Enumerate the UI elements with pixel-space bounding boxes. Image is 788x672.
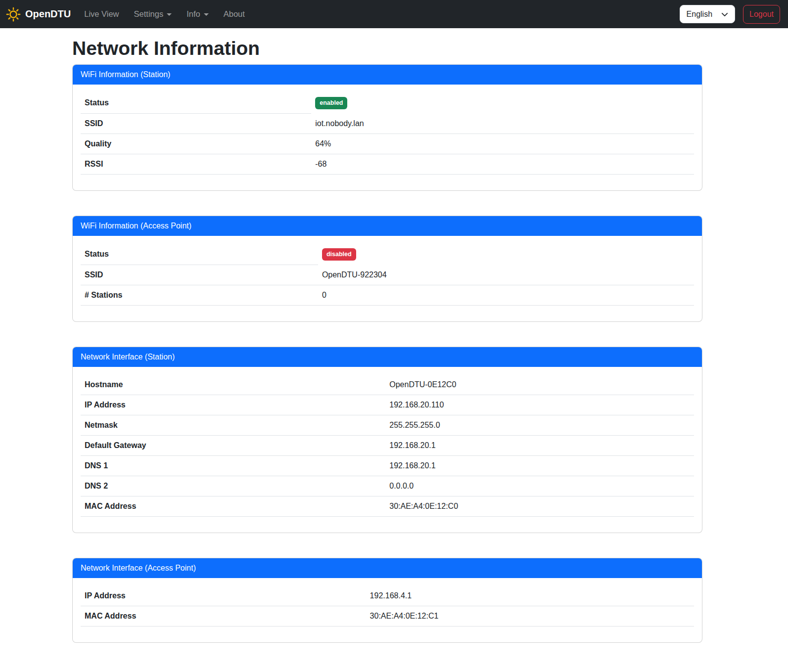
- row-label: SSID: [81, 265, 318, 285]
- card-body: Hostname OpenDTU-0E12C0 IP Address 192.1…: [73, 367, 702, 533]
- row-value: 192.168.20.1: [385, 456, 694, 476]
- row-label: RSSI: [81, 154, 311, 175]
- table-row: MAC Address 30:AE:A4:0E:12:C0: [81, 496, 694, 517]
- nav-menu: Live View Settings Info About: [77, 5, 252, 23]
- table-row: Status enabled: [81, 92, 694, 114]
- row-value: iot.nobody.lan: [311, 114, 694, 134]
- table-row: MAC Address 30:AE:A4:0E:12:C1: [81, 606, 694, 627]
- table-row: Default Gateway 192.168.20.1: [81, 436, 694, 456]
- info-table: IP Address 192.168.4.1 MAC Address 30:AE…: [81, 586, 694, 627]
- status-badge: disabled: [322, 248, 356, 261]
- language-selected-value: English: [687, 10, 712, 19]
- table-row: Netmask 255.255.255.0: [81, 415, 694, 436]
- info-table: Hostname OpenDTU-0E12C0 IP Address 192.1…: [81, 375, 694, 517]
- row-label: Hostname: [81, 375, 385, 395]
- table-row: SSID iot.nobody.lan: [81, 114, 694, 134]
- row-label: MAC Address: [81, 606, 366, 627]
- table-row: # Stations 0: [81, 285, 694, 306]
- chevron-down-icon: [721, 11, 728, 18]
- row-label: Status: [81, 92, 311, 114]
- caret-down-icon: [167, 13, 172, 16]
- row-label: SSID: [81, 114, 311, 134]
- main-content: Network Information WiFi Information (St…: [72, 28, 702, 672]
- row-value: 255.255.255.0: [385, 415, 694, 436]
- row-label: IP Address: [81, 586, 366, 606]
- row-value: 64%: [311, 134, 694, 154]
- info-card: WiFi Information (Station) Status enable…: [72, 64, 702, 191]
- nav-item-info[interactable]: Info: [179, 5, 216, 23]
- row-label: Quality: [81, 134, 311, 154]
- logout-button[interactable]: Logout: [743, 5, 780, 24]
- nav-item-settings[interactable]: Settings: [127, 5, 180, 23]
- row-value: 30:AE:A4:0E:12:C1: [366, 606, 694, 627]
- status-badge: enabled: [315, 97, 347, 109]
- table-row: Hostname OpenDTU-0E12C0: [81, 375, 694, 395]
- info-card: WiFi Information (Access Point) Status d…: [72, 216, 702, 322]
- table-row: IP Address 192.168.20.110: [81, 395, 694, 415]
- info-card: Network Interface (Access Point) IP Addr…: [72, 558, 702, 643]
- card-body: Status disabled SSID OpenDTU-922304 # St…: [73, 236, 702, 321]
- nav-item-live-view[interactable]: Live View: [77, 5, 126, 23]
- row-value: 192.168.20.1: [385, 436, 694, 456]
- table-row: RSSI -68: [81, 154, 694, 175]
- page-title: Network Information: [72, 38, 702, 59]
- row-label: # Stations: [81, 285, 318, 306]
- card-body: IP Address 192.168.4.1 MAC Address 30:AE…: [73, 578, 702, 642]
- row-value: -68: [311, 154, 694, 175]
- language-select[interactable]: English: [680, 5, 735, 23]
- row-value: 192.168.20.110: [385, 395, 694, 415]
- card-body: Status enabled SSID iot.nobody.lan Quali…: [73, 85, 702, 190]
- nav-item-about[interactable]: About: [216, 5, 252, 23]
- brand-label: OpenDTU: [25, 8, 71, 20]
- card-header: Network Interface (Access Point): [73, 558, 702, 578]
- cards-container: WiFi Information (Station) Status enable…: [72, 64, 702, 643]
- table-row: DNS 1 192.168.20.1: [81, 456, 694, 476]
- row-value: 192.168.4.1: [366, 586, 694, 606]
- row-value: disabled: [318, 244, 694, 265]
- row-value: OpenDTU-922304: [318, 265, 694, 285]
- row-label: IP Address: [81, 395, 385, 415]
- row-value: 30:AE:A4:0E:12:C0: [385, 496, 694, 517]
- info-table: Status disabled SSID OpenDTU-922304 # St…: [81, 244, 694, 306]
- table-row: Status disabled: [81, 244, 694, 265]
- row-label: MAC Address: [81, 496, 385, 517]
- table-row: DNS 2 0.0.0.0: [81, 476, 694, 496]
- sun-icon: [6, 7, 21, 22]
- card-header: WiFi Information (Station): [73, 65, 702, 85]
- row-value: enabled: [311, 92, 694, 114]
- info-card: Network Interface (Station) Hostname Ope…: [72, 347, 702, 533]
- row-value: 0.0.0.0: [385, 476, 694, 496]
- table-row: IP Address 192.168.4.1: [81, 586, 694, 606]
- row-value: 0: [318, 285, 694, 306]
- card-header: WiFi Information (Access Point): [73, 216, 702, 236]
- row-value: OpenDTU-0E12C0: [385, 375, 694, 395]
- caret-down-icon: [204, 13, 209, 16]
- row-label: Status: [81, 244, 318, 265]
- row-label: DNS 1: [81, 456, 385, 476]
- table-row: SSID OpenDTU-922304: [81, 265, 694, 285]
- navbar: OpenDTU Live View Settings Info About En…: [0, 0, 788, 28]
- brand-link[interactable]: OpenDTU: [6, 7, 71, 22]
- info-table: Status enabled SSID iot.nobody.lan Quali…: [81, 92, 694, 175]
- row-label: Netmask: [81, 415, 385, 436]
- row-label: DNS 2: [81, 476, 385, 496]
- card-header: Network Interface (Station): [73, 347, 702, 367]
- table-row: Quality 64%: [81, 134, 694, 154]
- row-label: Default Gateway: [81, 436, 385, 456]
